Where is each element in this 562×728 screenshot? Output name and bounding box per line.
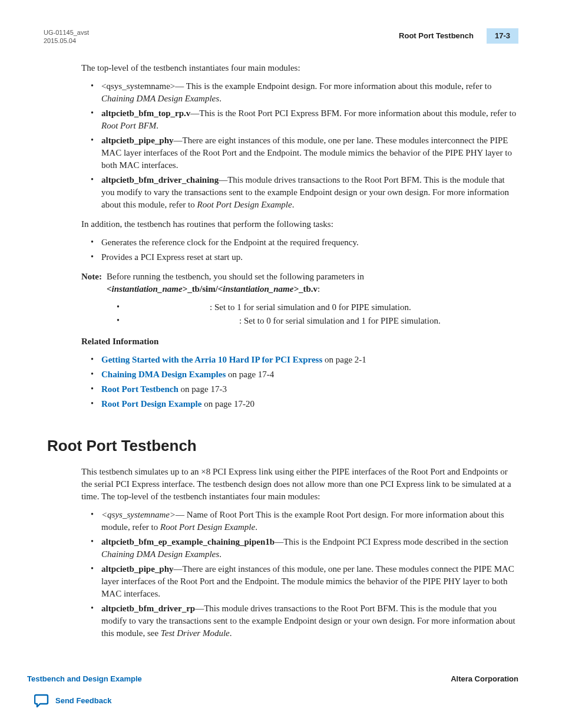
list-item: <qsys_systemname>— This is the example E… (93, 80, 518, 105)
note-label: Note: (81, 271, 102, 295)
send-feedback-label: Send Feedback (55, 696, 111, 706)
module-term: altpcietb_bfm_driver_chaining (101, 175, 219, 185)
modules-list-1: <qsys_systemname>— This is the example E… (81, 80, 518, 211)
list-item: altpcietb_bfm_driver_rp—This module driv… (93, 602, 518, 640)
list-item: Root Port Testbench on page 17-3 (93, 383, 518, 396)
main-content: The top-level of the testbench instantia… (44, 62, 518, 410)
module-term: altpcietb_pipe_phy (101, 564, 174, 574)
addition-paragraph: In addition, the testbench has routines … (81, 218, 518, 230)
intro-paragraph: The top-level of the testbench instantia… (81, 62, 518, 74)
send-feedback-button[interactable]: Send Feedback (34, 694, 111, 708)
list-item: altpcietb_pipe_phy—There are eight insta… (93, 563, 518, 600)
doc-date: 2015.05.04 (44, 37, 89, 45)
related-link[interactable]: Chaining DMA Design Examples (101, 370, 226, 379)
module-term: <qsys_systemname> (101, 81, 175, 91)
note-block: Note: Before running the testbench, you … (81, 271, 518, 295)
params-list: : Set to 1 for serial simulation and 0 f… (81, 301, 518, 327)
related-link[interactable]: Root Port Design Example (101, 399, 201, 409)
page-header: UG-01145_avst 2015.05.04 Root Port Testb… (44, 28, 518, 45)
list-item: altpcietb_pipe_phy—There are eight insta… (93, 134, 518, 172)
list-item: : Set to 1 for serial simulation and 0 f… (119, 301, 518, 314)
list-item: Root Port Design Example on page 17-20 (93, 398, 518, 410)
tasks-list: Generates the reference clock for the En… (81, 236, 518, 263)
list-item: altpcietb_bfm_ep_example_chaining_pipen1… (93, 536, 518, 561)
footer-left-link[interactable]: Testbench and Design Example (27, 674, 142, 684)
list-item: altpcietb_bfm_driver_chaining—This modul… (93, 174, 518, 211)
section2-content: This testbench simulates up to an ×8 PCI… (44, 466, 518, 640)
doc-id-block: UG-01145_avst 2015.05.04 (44, 28, 89, 45)
header-page-number: 17-3 (487, 28, 518, 44)
footer-corporation: Altera Corporation (451, 674, 518, 684)
note-body: Before running the testbench, you should… (107, 271, 518, 295)
list-item: <qsys_systemname>— Name of Root Port Thi… (93, 509, 518, 533)
page-footer: Testbench and Design Example Altera Corp… (27, 674, 518, 684)
list-item: : Set to 0 for serial simulation and 1 f… (119, 315, 518, 327)
speech-bubble-icon (34, 694, 49, 708)
list-item: altpcietb_bfm_top_rp.v—This is the Root … (93, 107, 518, 132)
list-item: Chaining DMA Design Examples on page 17-… (93, 368, 518, 381)
section2-paragraph: This testbench simulates up to an ×8 PCI… (81, 466, 518, 503)
related-link[interactable]: Root Port Testbench (101, 384, 178, 394)
related-info-list: Getting Started with the Arria 10 Hard I… (81, 354, 518, 410)
module-term: altpcietb_bfm_top_rp.v (101, 108, 190, 118)
list-item: Provides a PCI Express reset at start up… (93, 251, 518, 263)
list-item: Getting Started with the Arria 10 Hard I… (93, 354, 518, 366)
related-info-heading: Related Information (81, 335, 518, 348)
doc-id: UG-01145_avst (44, 28, 89, 37)
section-heading: Root Port Testbench (47, 435, 518, 456)
module-term: <qsys_systemname> (101, 510, 176, 519)
related-link[interactable]: Getting Started with the Arria 10 Hard I… (101, 355, 322, 364)
modules-list-2: <qsys_systemname>— Name of Root Port Thi… (81, 509, 518, 640)
module-term: altpcietb_bfm_ep_example_chaining_pipen1… (101, 537, 275, 546)
header-section-title: Root Port Testbench (399, 31, 474, 41)
header-right: Root Port Testbench 17-3 (399, 28, 518, 44)
module-term: altpcietb_bfm_driver_rp (101, 604, 195, 613)
list-item: Generates the reference clock for the En… (93, 236, 518, 249)
module-term: altpcietb_pipe_phy (101, 136, 174, 145)
